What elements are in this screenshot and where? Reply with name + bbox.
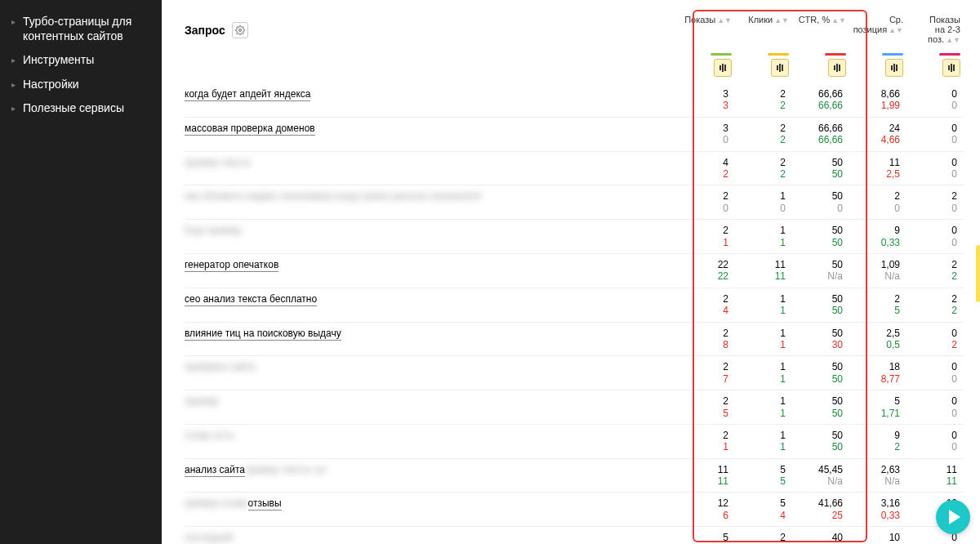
metric-cell: 45,45N/a: [792, 458, 849, 493]
bar-chart-icon[interactable]: [771, 59, 789, 77]
table-row: последний5724409,99100,1600: [185, 527, 964, 544]
sidebar-item[interactable]: ▸Полезные сервисы: [0, 96, 162, 121]
query-link[interactable]: как обновить индекс поисковика когда нуж…: [185, 190, 481, 203]
metric-cell: 00: [906, 424, 964, 458]
play-button[interactable]: [936, 500, 970, 534]
table-row: проверка сайта27115050188,7700: [185, 356, 964, 390]
query-link[interactable]: анализ сайта: [185, 464, 245, 477]
metric-cell: 11: [735, 356, 792, 390]
stat-icon-cell: [792, 53, 849, 77]
column-header-query[interactable]: Запрос: [185, 24, 225, 37]
query-link[interactable]: сео анализ текста бесплатно: [185, 293, 317, 306]
sidebar-item[interactable]: ▸Турбо-страницы для контентных сайтов: [0, 10, 162, 48]
sidebar-item-label: Полезные сервисы: [23, 101, 150, 116]
table-row: как обновить индекс поисковика когда нуж…: [185, 185, 964, 220]
stat-icon-cell: [735, 53, 792, 77]
query-link[interactable]: пример: [185, 395, 218, 408]
metric-cell: 00: [906, 151, 964, 185]
query-link[interactable]: когда будет апдейт яндекса: [185, 88, 310, 101]
metric-cell: 11: [735, 322, 792, 356]
query-link[interactable]: влияние тиц на поисковую выдачу: [185, 328, 341, 341]
bar-chart-icon[interactable]: [942, 59, 960, 77]
metric-cell: 00: [906, 356, 964, 390]
metric-cell: 5050: [792, 151, 849, 185]
query-link[interactable]: отзывы: [248, 497, 282, 511]
metric-cell: 21: [678, 220, 735, 254]
metric-cell: 11: [735, 288, 792, 322]
metric-cell: 10: [735, 185, 792, 220]
query-link[interactable]: проверка сайта: [185, 361, 255, 373]
metric-cell: 11: [735, 424, 792, 458]
sidebar: ▸Турбо-страницы для контентных сайтов▸Ин…: [0, 0, 162, 544]
table-row: влияние тиц на поисковую выдачу281150302…: [185, 322, 964, 356]
metric-cell: 24: [678, 288, 735, 322]
metric-cell: 22: [906, 253, 964, 288]
query-link[interactable]: массовая проверка доменов: [185, 123, 315, 136]
metric-cell: 5050: [792, 424, 849, 458]
metric-cell: 54: [735, 493, 792, 527]
stat-icon-cell: [678, 53, 735, 77]
sidebar-item[interactable]: ▸Настройки: [0, 73, 162, 97]
metric-cell: 02: [906, 322, 964, 356]
metric-cell: 66,6666,66: [792, 83, 849, 117]
metric-cell: 1,09N/a: [849, 253, 906, 288]
sidebar-item[interactable]: ▸Инструменты: [0, 48, 162, 73]
sidebar-item-label: Инструменты: [23, 53, 150, 68]
table-row: пример слова отзывы1265441,66253,160,331…: [185, 493, 964, 527]
table-row: массовая проверка доменов302266,6666,662…: [185, 117, 964, 151]
stat-icons-row: [185, 53, 964, 77]
chevron-right-icon: ▸: [11, 80, 20, 92]
metric-cell: 5050: [792, 288, 849, 322]
metric-cell: 100,16: [849, 527, 906, 544]
query-link[interactable]: Еще пример: [185, 225, 241, 237]
query-link[interactable]: последний: [185, 532, 234, 544]
bar-chart-icon[interactable]: [828, 59, 846, 77]
column-header[interactable]: Показы▲▼: [678, 15, 735, 45]
metric-cell: 5050: [792, 390, 849, 425]
metric-cell: 22: [735, 83, 792, 117]
metric-cell: 5030: [792, 322, 849, 356]
metric-cell: 2,50,5: [849, 322, 906, 356]
metric-cell: 30: [678, 117, 735, 151]
metric-cell: 42: [678, 151, 735, 185]
table-row: пример2511505051,7100: [185, 390, 964, 425]
table-row: пример текста42225050112,500: [185, 151, 964, 185]
metric-cell: 50N/a: [792, 253, 849, 288]
metric-cell: 00: [906, 220, 964, 254]
bar-chart-icon[interactable]: [885, 59, 903, 77]
column-header[interactable]: Клики▲▼: [735, 15, 792, 45]
metric-cell: 41,6625: [792, 493, 849, 527]
metric-cell: 25: [678, 390, 735, 425]
chevron-right-icon: ▸: [11, 56, 20, 68]
metric-cell: 00: [906, 117, 964, 151]
metric-cell: 22: [735, 117, 792, 151]
main-content: Запрос Показы▲▼Клики▲▼CTR, %▲▼Ср.позиция…: [162, 0, 980, 544]
table-row: Еще пример2111505090,3300: [185, 220, 964, 254]
metric-cell: 20: [906, 185, 964, 220]
table-row: слово есть211150509200: [185, 424, 964, 458]
table-row: генератор опечатков2222111150N/a1,09N/a2…: [185, 253, 964, 288]
metric-cell: 00: [906, 390, 964, 425]
settings-gear-icon[interactable]: [232, 22, 248, 38]
bar-chart-icon[interactable]: [714, 59, 732, 77]
table-header: Запрос Показы▲▼Клики▲▼CTR, %▲▼Ср.позиция…: [185, 15, 964, 45]
metric-cell: 90,33: [849, 220, 906, 254]
table-row: когда будет апдейт яндекса332266,6666,66…: [185, 83, 964, 117]
chevron-right-icon: ▸: [11, 17, 20, 43]
scrollbar-thumb[interactable]: [976, 245, 980, 302]
metric-cell: 22: [735, 151, 792, 185]
metric-cell: 3,160,33: [849, 493, 906, 527]
query-link[interactable]: слово есть: [185, 430, 234, 442]
column-header[interactable]: Показына 2-3поз.▲▼: [906, 15, 964, 45]
metric-cell: 92: [849, 424, 906, 458]
table-row: анализ сайта пример текста тут11115545,4…: [185, 458, 964, 493]
stat-icon-cell: [906, 53, 964, 77]
metric-cell: 28: [678, 322, 735, 356]
metric-cell: 20: [678, 185, 735, 220]
column-header[interactable]: Ср.позиция▲▼: [849, 15, 906, 45]
query-link[interactable]: пример текста: [185, 157, 250, 169]
metric-cell: 33: [678, 83, 735, 117]
metric-cell: 66,6666,66: [792, 117, 849, 151]
column-header[interactable]: CTR, %▲▼: [792, 15, 849, 45]
query-link[interactable]: генератор опечатков: [185, 259, 278, 272]
